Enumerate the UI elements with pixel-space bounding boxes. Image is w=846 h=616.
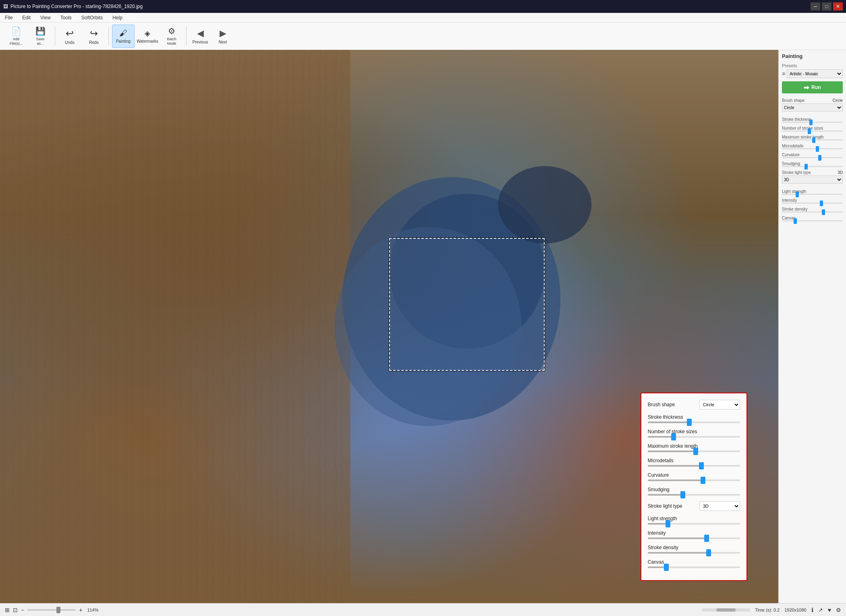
menu-view[interactable]: View <box>39 14 52 21</box>
window-controls: ─ □ ✕ <box>811 2 843 10</box>
stroke-sizes-slider[interactable] <box>648 436 740 438</box>
next-button[interactable]: ▶ Next <box>212 25 233 48</box>
app-icon: 🖼 <box>3 4 8 9</box>
info-icon[interactable]: ℹ <box>811 607 813 613</box>
stroke-light-row: Stroke light type 3D 2D None <box>648 501 740 511</box>
sidebar-title: Painting <box>782 53 843 59</box>
share-icon[interactable]: ↗ <box>818 607 823 613</box>
painting-button[interactable]: 🖌 Painting <box>112 25 135 48</box>
stroke-thickness-row: Stroke thickness <box>648 414 740 423</box>
stroke-thickness-slider[interactable] <box>648 422 740 423</box>
sidebar-smudging-slider[interactable] <box>782 166 843 167</box>
redo-icon: ↪ <box>90 28 98 39</box>
sidebar-stroke-thickness-slider[interactable] <box>782 122 843 123</box>
sidebar-stroke-light-value: 3D <box>838 170 843 175</box>
sidebar-curvature: Curvature <box>782 153 843 158</box>
menu-file[interactable]: File <box>3 14 14 21</box>
smudging-slider[interactable] <box>648 494 740 496</box>
fit-icon[interactable]: ⊞ <box>5 607 10 613</box>
favorite-icon[interactable]: ♥ <box>828 607 831 613</box>
menu-softorbits[interactable]: SoftOrbits <box>80 14 104 21</box>
undo-button[interactable]: ↩ Undo <box>58 25 81 48</box>
brush-shape-row: Brush shape Circle Square Diamond <box>648 400 740 409</box>
max-stroke-slider[interactable] <box>648 451 740 452</box>
zoom-level: 114% <box>87 608 98 612</box>
sidebar-light-strength-label: Light strength <box>782 189 843 194</box>
sidebar-stroke-sizes: Number of stroke sizes <box>782 126 843 132</box>
batch-mode-label: BatchMode <box>167 37 176 46</box>
sidebar-curvature-slider[interactable] <box>782 157 843 158</box>
sidebar-stroke-light-select[interactable]: 3D2DNone <box>782 176 843 184</box>
canvas-label: Canvas <box>648 559 740 565</box>
curvature-slider[interactable] <box>648 480 740 481</box>
brush-shape-select[interactable]: Circle Square Diamond <box>699 400 740 409</box>
canvas-area[interactable]: Brush shape Circle Square Diamond Stroke… <box>0 50 778 603</box>
curvature-label: Curvature <box>648 472 740 478</box>
intensity-row: Intensity <box>648 530 740 539</box>
intensity-slider[interactable] <box>648 537 740 539</box>
zoom-in-icon[interactable]: + <box>79 607 82 613</box>
brush-shape-label: Brush shape <box>648 402 696 407</box>
svg-point-4 <box>498 166 591 244</box>
stroke-density-slider[interactable] <box>648 552 740 554</box>
presets-select[interactable]: Artistic - Mosaic Artistic - Watercolor … <box>787 69 843 78</box>
floating-panel: Brush shape Circle Square Diamond Stroke… <box>641 393 747 581</box>
right-sidebar: Painting Presets ≡ Artistic - Mosaic Art… <box>778 50 846 603</box>
settings-icon[interactable]: ⚙ <box>836 607 841 613</box>
zoom-slider[interactable] <box>27 609 76 611</box>
sidebar-brush-shape-label: Brush shape <box>782 98 805 103</box>
sidebar-stroke-density-label: Stroke density <box>782 207 843 211</box>
scrollbar-horizontal[interactable] <box>702 608 750 612</box>
status-right: Time (s): 0.2 1920x1080 ℹ ↗ ♥ ⚙ <box>702 607 841 613</box>
batch-mode-button[interactable]: ⚙ BatchMode <box>160 25 183 48</box>
sidebar-max-stroke-slider[interactable] <box>782 139 843 141</box>
menu-edit[interactable]: Edit <box>21 14 32 21</box>
sidebar-canvas: Canvas <box>782 216 843 221</box>
light-strength-slider[interactable] <box>648 523 740 525</box>
sidebar-intensity-label: Intensity <box>782 198 843 203</box>
max-stroke-row: Maximum stroke length <box>648 443 740 452</box>
sidebar-canvas-slider[interactable] <box>782 220 843 221</box>
light-strength-label: Light strength <box>648 516 740 521</box>
run-arrow-icon: ➡ <box>804 84 809 91</box>
previous-label: Previous <box>193 40 208 44</box>
title-bar: 🖼 Picture to Painting Converter Pro - st… <box>0 0 846 13</box>
minimize-button[interactable]: ─ <box>811 2 820 10</box>
stroke-sizes-label: Number of stroke sizes <box>648 429 740 434</box>
painting-icon: 🖌 <box>119 29 127 38</box>
toolbar-separator-3 <box>186 27 187 46</box>
menu-help[interactable]: Help <box>111 14 124 21</box>
add-files-button[interactable]: 📄 AddFile(s)... <box>5 25 27 48</box>
actual-size-icon[interactable]: ⊡ <box>13 607 18 613</box>
zoom-out-icon[interactable]: − <box>21 607 24 613</box>
sidebar-stroke-density-slider[interactable] <box>782 211 843 213</box>
status-left: ⊞ ⊡ − + 114% <box>5 607 697 613</box>
undo-label: Undo <box>65 40 75 45</box>
svg-rect-1 <box>0 50 350 603</box>
add-files-icon: 📄 <box>11 26 21 36</box>
sidebar-stroke-sizes-slider[interactable] <box>782 130 843 132</box>
sidebar-intensity: Intensity <box>782 198 843 204</box>
sidebar-microdetails-slider[interactable] <box>782 148 843 149</box>
sidebar-light-strength-slider[interactable] <box>782 194 843 195</box>
canvas-slider[interactable] <box>648 566 740 568</box>
save-as-button[interactable]: 💾 Saveas... <box>29 25 52 48</box>
previous-button[interactable]: ◀ Previous <box>190 25 211 48</box>
curvature-row: Curvature <box>648 472 740 481</box>
watermarks-button[interactable]: ◈ Watermarks <box>136 25 159 48</box>
microdetails-slider[interactable] <box>648 465 740 467</box>
status-bar: ⊞ ⊡ − + 114% Time (s): 0.2 1920x1080 ℹ ↗… <box>0 603 846 616</box>
sidebar-brush-shape-select[interactable]: CircleSquare <box>782 103 843 112</box>
add-files-label: AddFile(s)... <box>10 37 23 46</box>
redo-button[interactable]: ↪ Redo <box>83 25 105 48</box>
time-label: Time (s): 0.2 <box>755 608 780 612</box>
stroke-light-select[interactable]: 3D 2D None <box>699 501 740 511</box>
run-button[interactable]: ➡ Run <box>782 81 843 93</box>
sidebar-microdetails-label: Microdetails <box>782 144 843 148</box>
menu-tools[interactable]: Tools <box>59 14 73 21</box>
close-button[interactable]: ✕ <box>833 2 843 10</box>
previous-icon: ◀ <box>197 28 204 39</box>
sidebar-intensity-slider[interactable] <box>782 203 843 204</box>
maximize-button[interactable]: □ <box>822 2 831 10</box>
microdetails-row: Microdetails <box>648 458 740 467</box>
